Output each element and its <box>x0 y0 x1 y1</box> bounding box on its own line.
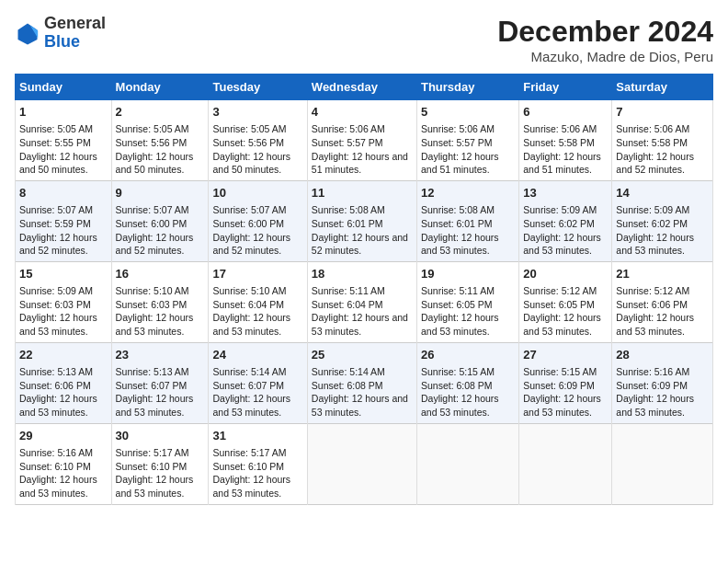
calendar-body: 1Sunrise: 5:05 AMSunset: 5:55 PMDaylight… <box>16 100 713 505</box>
sunrise-label: Sunrise: 5:06 AM <box>523 123 597 134</box>
sunset-label: Sunset: 6:02 PM <box>523 218 595 229</box>
day-number: 5 <box>421 104 515 121</box>
sunset-label: Sunset: 5:55 PM <box>19 137 91 148</box>
day-number: 12 <box>421 185 515 201</box>
sunrise-label: Sunrise: 5:06 AM <box>616 123 689 134</box>
day-number: 27 <box>523 347 608 363</box>
daylight-label: Daylight: 12 hours and 53 minutes. <box>616 232 694 257</box>
title-area: December 2024 Mazuko, Madre de Dios, Per… <box>497 15 713 64</box>
sunset-label: Sunset: 5:56 PM <box>212 137 284 148</box>
daylight-label: Daylight: 12 hours and 53 minutes. <box>523 232 601 257</box>
daylight-label: Daylight: 12 hours and 50 minutes. <box>212 151 290 176</box>
daylight-label: Daylight: 12 hours and 53 minutes. <box>212 474 290 499</box>
calendar-cell: 30Sunrise: 5:17 AMSunset: 6:10 PMDayligh… <box>111 423 209 504</box>
sunset-label: Sunset: 6:10 PM <box>212 461 284 472</box>
sunset-label: Sunset: 5:57 PM <box>421 137 493 148</box>
daylight-label: Daylight: 12 hours and 53 minutes. <box>616 312 694 337</box>
day-number: 31 <box>212 428 302 444</box>
day-number: 19 <box>421 266 515 282</box>
daylight-label: Daylight: 12 hours and 51 minutes. <box>312 151 408 176</box>
sunrise-label: Sunrise: 5:10 AM <box>116 285 189 296</box>
sunrise-label: Sunrise: 5:09 AM <box>616 204 689 215</box>
daylight-label: Daylight: 12 hours and 52 minutes. <box>616 151 694 176</box>
calendar-cell: 26Sunrise: 5:15 AMSunset: 6:08 PMDayligh… <box>416 342 518 423</box>
sunrise-label: Sunrise: 5:12 AM <box>523 285 597 296</box>
sunset-label: Sunset: 5:57 PM <box>312 137 383 148</box>
sunrise-label: Sunrise: 5:05 AM <box>116 123 189 134</box>
sunrise-label: Sunrise: 5:13 AM <box>116 366 189 377</box>
daylight-label: Daylight: 12 hours and 50 minutes. <box>116 151 194 176</box>
sunset-label: Sunset: 5:58 PM <box>616 137 688 148</box>
logo-icon <box>15 20 40 46</box>
sunrise-label: Sunrise: 5:14 AM <box>312 366 385 377</box>
day-number: 13 <box>523 185 608 201</box>
calendar-cell: 27Sunrise: 5:15 AMSunset: 6:09 PMDayligh… <box>519 342 612 423</box>
calendar-cell: 21Sunrise: 5:12 AMSunset: 6:06 PMDayligh… <box>612 261 713 342</box>
daylight-label: Daylight: 12 hours and 53 minutes. <box>312 393 408 418</box>
day-number: 26 <box>421 347 515 363</box>
calendar-cell <box>612 423 713 504</box>
header-row: SundayMondayTuesdayWednesdayThursdayFrid… <box>16 75 713 100</box>
day-number: 6 <box>523 104 608 121</box>
sunrise-label: Sunrise: 5:16 AM <box>616 366 689 377</box>
sunset-label: Sunset: 6:00 PM <box>116 218 188 229</box>
calendar-cell: 4Sunrise: 5:06 AMSunset: 5:57 PMDaylight… <box>307 100 416 181</box>
sunrise-label: Sunrise: 5:12 AM <box>616 285 689 296</box>
daylight-label: Daylight: 12 hours and 53 minutes. <box>19 474 97 499</box>
sunset-label: Sunset: 6:03 PM <box>19 299 91 310</box>
day-number: 7 <box>616 104 709 121</box>
calendar-cell: 7Sunrise: 5:06 AMSunset: 5:58 PMDaylight… <box>612 100 713 181</box>
daylight-label: Daylight: 12 hours and 52 minutes. <box>19 232 97 257</box>
calendar-cell: 3Sunrise: 5:05 AMSunset: 5:56 PMDaylight… <box>209 100 307 181</box>
page-header: General Blue December 2024 Mazuko, Madre… <box>15 15 713 64</box>
calendar-cell <box>519 423 612 504</box>
header-cell-wednesday: Wednesday <box>307 75 416 100</box>
sunset-label: Sunset: 6:05 PM <box>523 299 595 310</box>
sunrise-label: Sunrise: 5:08 AM <box>312 204 385 215</box>
day-number: 4 <box>312 104 413 121</box>
daylight-label: Daylight: 12 hours and 52 minutes. <box>212 232 290 257</box>
sunset-label: Sunset: 6:07 PM <box>212 380 284 391</box>
daylight-label: Daylight: 12 hours and 53 minutes. <box>523 393 601 418</box>
daylight-label: Daylight: 12 hours and 50 minutes. <box>19 151 97 176</box>
sunset-label: Sunset: 6:01 PM <box>421 218 493 229</box>
daylight-label: Daylight: 12 hours and 53 minutes. <box>116 393 194 418</box>
day-number: 23 <box>116 347 205 363</box>
daylight-label: Daylight: 12 hours and 53 minutes. <box>616 393 694 418</box>
week-row-1: 1Sunrise: 5:05 AMSunset: 5:55 PMDaylight… <box>16 100 713 181</box>
sunset-label: Sunset: 6:02 PM <box>616 218 688 229</box>
day-number: 3 <box>212 104 302 121</box>
sunset-label: Sunset: 6:09 PM <box>616 380 688 391</box>
sunset-label: Sunset: 6:04 PM <box>312 299 383 310</box>
sunrise-label: Sunrise: 5:10 AM <box>212 285 286 296</box>
daylight-label: Daylight: 12 hours and 53 minutes. <box>523 312 601 337</box>
day-number: 10 <box>212 185 302 201</box>
sunset-label: Sunset: 6:03 PM <box>116 299 188 310</box>
calendar-cell: 13Sunrise: 5:09 AMSunset: 6:02 PMDayligh… <box>519 180 612 261</box>
sunset-label: Sunset: 6:08 PM <box>312 380 383 391</box>
sunrise-label: Sunrise: 5:07 AM <box>19 204 93 215</box>
sunrise-label: Sunrise: 5:17 AM <box>116 447 189 458</box>
calendar-header: SundayMondayTuesdayWednesdayThursdayFrid… <box>16 75 713 100</box>
calendar-cell: 1Sunrise: 5:05 AMSunset: 5:55 PMDaylight… <box>16 100 112 181</box>
day-number: 8 <box>19 185 108 201</box>
svg-marker-0 <box>18 23 38 44</box>
sunrise-label: Sunrise: 5:13 AM <box>19 366 93 377</box>
calendar-cell: 23Sunrise: 5:13 AMSunset: 6:07 PMDayligh… <box>111 342 209 423</box>
sunset-label: Sunset: 6:06 PM <box>616 299 688 310</box>
sunrise-label: Sunrise: 5:08 AM <box>421 204 495 215</box>
sunset-label: Sunset: 6:07 PM <box>116 380 188 391</box>
sunset-label: Sunset: 6:10 PM <box>19 461 91 472</box>
daylight-label: Daylight: 12 hours and 53 minutes. <box>421 393 499 418</box>
sunrise-label: Sunrise: 5:09 AM <box>523 204 597 215</box>
sunrise-label: Sunrise: 5:05 AM <box>212 123 286 134</box>
calendar-cell: 19Sunrise: 5:11 AMSunset: 6:05 PMDayligh… <box>416 261 518 342</box>
sunset-label: Sunset: 6:04 PM <box>212 299 284 310</box>
daylight-label: Daylight: 12 hours and 53 minutes. <box>19 393 97 418</box>
daylight-label: Daylight: 12 hours and 53 minutes. <box>116 474 194 499</box>
calendar-cell: 20Sunrise: 5:12 AMSunset: 6:05 PMDayligh… <box>519 261 612 342</box>
day-number: 25 <box>312 347 413 363</box>
sunrise-label: Sunrise: 5:17 AM <box>212 447 286 458</box>
calendar-cell: 22Sunrise: 5:13 AMSunset: 6:06 PMDayligh… <box>16 342 112 423</box>
calendar-cell <box>307 423 416 504</box>
